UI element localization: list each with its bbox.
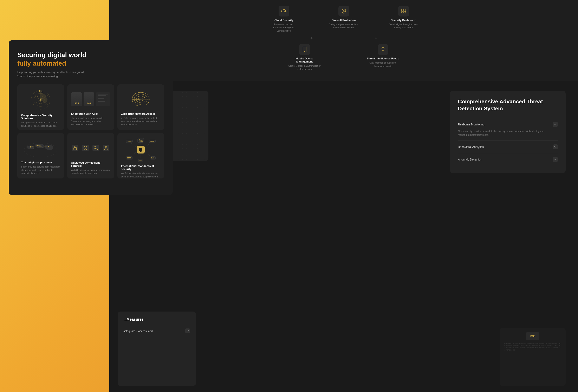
code-line (97, 94, 108, 95)
accordion-behavioral-chevron[interactable] (553, 145, 558, 149)
connectors-row: + + (109, 32, 578, 42)
mdm-title: Mobile Device Management (288, 57, 321, 63)
permissions-icon-area (71, 137, 110, 158)
img-badge-label: IMG (530, 335, 535, 338)
key-icon (93, 145, 99, 151)
code-line (97, 95, 106, 96)
feature-card-permissions-info: Advanced permissions controls With Spark… (71, 161, 110, 175)
firewall-icon (338, 6, 349, 16)
accordion-behavioral[interactable]: Behavioral Analytics (458, 141, 558, 153)
svg-line-38 (130, 151, 137, 157)
hero-title-line1: Securing digital world (17, 51, 164, 59)
accordion-behavioral-header[interactable]: Behavioral Analytics (458, 145, 558, 149)
compliance-badges: ISO27001 HIPAA GDPR GDPR BAS PCI (124, 137, 157, 162)
feature-card-zerotrust-title: Zero Trust Network Access (121, 112, 160, 115)
svg-rect-3 (402, 11, 403, 13)
feature-card-global-info: Trusted global presence Spark provides s… (21, 161, 60, 175)
svg-point-15 (44, 98, 44, 99)
accordion-realtime[interactable]: Real-time Monitoring Continuously monito… (458, 118, 558, 141)
user-icon (103, 145, 109, 151)
img-label: IMG (87, 102, 91, 105)
mid-services-row: Mobile Device Management Securely erase … (109, 42, 578, 73)
permissions-icons (72, 145, 109, 151)
accordion-realtime-label: Real-time Monitoring (458, 123, 484, 126)
accordion-anomaly-header[interactable]: Anomaly Detection (458, 157, 558, 162)
feature-card-permissions: Advanced permissions controls With Spark… (67, 133, 114, 178)
accordion-realtime-chevron[interactable] (553, 122, 558, 127)
dashboard-icon (398, 6, 409, 16)
connector-plus-2: + (375, 36, 377, 41)
svg-point-24 (30, 146, 31, 147)
measures-accordion[interactable]: safeguard ...access, and (123, 325, 190, 337)
lock-icon (72, 145, 78, 151)
accordion-anomaly-chevron[interactable] (553, 157, 558, 162)
feature-card-security-title: Comprehensive Security Solutions (21, 114, 60, 120)
main-card: Securing digital world fully automated E… (9, 40, 173, 195)
svg-point-13 (40, 99, 41, 101)
svg-rect-2 (404, 9, 406, 11)
cloud-security-desc: Ensure secure cloud infrastructure again… (267, 23, 300, 32)
svg-point-25 (37, 145, 38, 146)
firewall-desc: Safeguard your network from unauthorized… (327, 23, 360, 29)
threat-feeds-desc: Stay informed about global threats and t… (367, 61, 399, 68)
feature-card-zerotrust: Zero Trust Network Access ZTNA is a clou… (117, 84, 164, 130)
feature-card-security: Comprehensive Security Solutions We spec… (17, 84, 64, 130)
svg-point-30 (75, 148, 76, 149)
mdm-desc: Securely erase data from lost or stolen … (288, 64, 321, 71)
measures-accordion-label: safeguard ...access, and (123, 330, 153, 333)
svg-rect-4 (404, 11, 406, 13)
measures-card: ...Measures safeguard ...access, and (118, 312, 196, 386)
compliance-icon-area: ISO27001 HIPAA GDPR GDPR BAS PCI (121, 137, 160, 162)
feature-card-permissions-title: Advanced permissions controls (71, 161, 110, 167)
cloud-security-icon (279, 6, 289, 16)
hero-subtitle: Empowering you with knowledge and tools … (17, 70, 88, 78)
radar-icon (29, 89, 52, 111)
accordion-anomaly-label: Anomaly Detection (458, 158, 482, 161)
feature-card-zerotrust-desc: ZTNA is a cloud-based solution that ensu… (121, 117, 160, 126)
accordion-anomaly[interactable]: Anomaly Detection (458, 153, 558, 166)
feature-card-international-title: International standards of security (121, 164, 160, 171)
files-icon: PDF IMG (71, 92, 110, 106)
feature-card-encryption-desc: The gap is closing between with Spark, a… (71, 117, 110, 126)
feature-card-global-desc: Spark provides service from redundant cl… (21, 165, 60, 175)
measures-chevron[interactable] (185, 329, 190, 333)
top-services-row: Cloud Security Ensure secure cloud infra… (109, 6, 578, 32)
dashboard-title: Security Dashboard (387, 19, 420, 22)
center-badge (137, 146, 145, 153)
pdf-label: PDF (75, 102, 79, 105)
svg-point-0 (343, 10, 344, 12)
features-grid: Comprehensive Security Solutions We spec… (17, 84, 164, 178)
service-cloud-security: Cloud Security Ensure secure cloud infra… (267, 6, 300, 32)
svg-point-26 (48, 146, 49, 147)
service-dashboard: Security Dashboard Gain insights through… (387, 6, 420, 32)
code-line (97, 98, 104, 99)
firewall-title: Firewall Protection (327, 19, 360, 22)
feature-card-security-info: Comprehensive Security Solutions We spec… (21, 114, 60, 128)
radar-icon-area (21, 89, 60, 111)
feature-card-encryption-info: Encryption with Apex The gap is closing … (71, 112, 110, 126)
svg-line-36 (130, 143, 137, 148)
feature-card-encryption: PDF IMG (67, 84, 114, 130)
feature-card-global: Trusted global presence Spark provides s… (17, 133, 64, 178)
feature-card-security-desc: We specialise in providing top-notch sol… (21, 121, 60, 128)
service-firewall: Firewall Protection Safeguard your netwo… (327, 6, 360, 32)
globe-icon (22, 138, 59, 158)
dashboard-desc: Gain insights through a user-friendly da… (387, 23, 420, 29)
detection-panel: Comprehensive Advanced Threat Detection … (450, 91, 566, 173)
code-panel: IMG 0246789012345678AB0246789012345678CD… (500, 328, 566, 386)
fingerprint-icon-area (121, 89, 160, 110)
accordion-realtime-content: Continuously monitor network traffic and… (458, 129, 549, 137)
measures-title: ...Measures (123, 317, 190, 322)
hero-title-highlight: fully automated (17, 60, 164, 67)
feature-card-global-title: Trusted global presence (21, 161, 60, 164)
img-file: IMG (84, 92, 94, 106)
service-mdm: Mobile Device Management Securely erase … (288, 44, 321, 71)
accordion-realtime-header[interactable]: Real-time Monitoring (458, 122, 558, 127)
feature-card-international-desc: We follow internationals standards of se… (121, 172, 160, 178)
mdm-icon (299, 44, 310, 55)
accordion-behavioral-label: Behavioral Analytics (458, 145, 484, 148)
globe-icon-area (21, 137, 60, 158)
code-line (97, 100, 107, 100)
svg-point-34 (105, 146, 107, 148)
img-badge: IMG (526, 332, 539, 340)
